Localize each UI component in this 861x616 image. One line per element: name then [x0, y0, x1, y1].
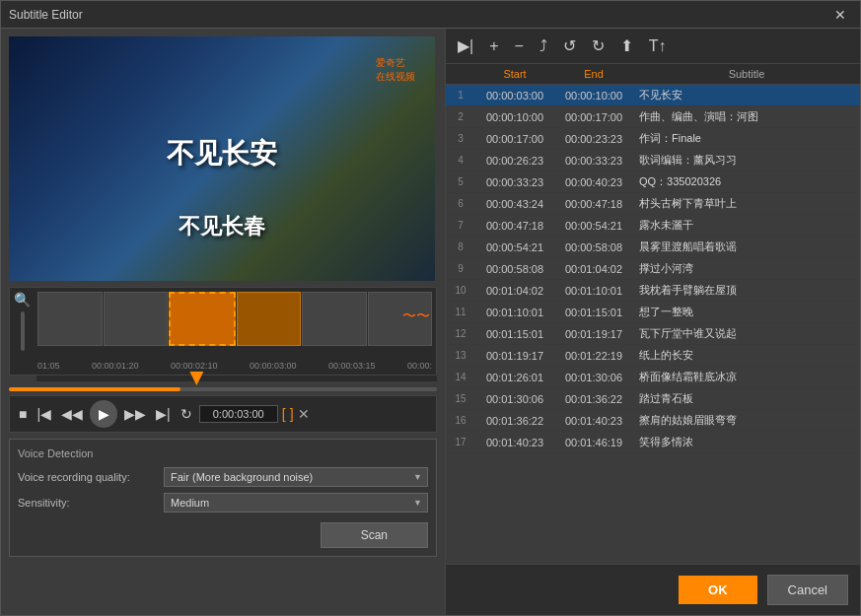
- table-row[interactable]: 15 00:01:30:06 00:01:36:22 踏过青石板: [446, 388, 860, 410]
- table-row[interactable]: 1 00:00:03:00 00:00:10:00 不见长安: [446, 85, 860, 106]
- table-row[interactable]: 6 00:00:43:24 00:00:47:18 村头古树下青草叶上: [446, 193, 860, 215]
- row-end: 00:00:10:00: [554, 85, 633, 106]
- row-text: 不见长安: [633, 85, 860, 106]
- table-row[interactable]: 2 00:00:10:00 00:00:17:00 作曲、编曲、演唱：河图: [446, 106, 860, 128]
- timeline-track-5[interactable]: [302, 292, 367, 346]
- ok-button[interactable]: OK: [679, 576, 757, 604]
- row-num: 10: [446, 280, 475, 302]
- table-row[interactable]: 9 00:00:58:08 00:01:04:02 撑过小河湾: [446, 258, 860, 280]
- row-start: 00:01:19:17: [475, 345, 554, 367]
- timeline-track-selected2[interactable]: [237, 292, 302, 346]
- row-start: 00:00:33:23: [475, 171, 554, 193]
- row-end: 00:01:19:17: [554, 323, 633, 345]
- row-start: 00:00:03:00: [475, 85, 554, 106]
- table-row[interactable]: 11 00:01:10:01 00:01:15:01 想了一整晚: [446, 302, 860, 323]
- row-num: 9: [446, 258, 475, 280]
- row-text: 晨雾里渡船唱着歌谣: [633, 237, 860, 258]
- timeline-labels: 01:05 00:00:01:20 00:00:02:10 00:00:03:0…: [37, 361, 432, 371]
- row-end: 00:00:23:23: [554, 128, 633, 150]
- close-button[interactable]: ✕: [828, 5, 852, 25]
- playhead-indicator: [189, 372, 203, 385]
- row-start: 00:01:15:01: [475, 323, 554, 345]
- timeline-section: 🔍 〜〜 01:05 00:00:01:20: [9, 287, 437, 381]
- undo-btn[interactable]: ↺: [559, 34, 580, 57]
- row-num: 5: [446, 171, 475, 193]
- zoom-slider[interactable]: [21, 311, 25, 351]
- mark-in-button[interactable]: [: [282, 406, 286, 422]
- table-row[interactable]: 16 00:01:36:22 00:01:40:23 擦肩的姑娘眉眼弯弯: [446, 410, 860, 432]
- timeline-track-selected[interactable]: [169, 292, 236, 346]
- table-row[interactable]: 13 00:01:19:17 00:01:22:19 纸上的长安: [446, 345, 860, 367]
- timeline-zoom-controls: 🔍: [14, 292, 31, 353]
- row-end: 00:00:40:23: [554, 171, 633, 193]
- playback-controls: ■ |◀ ◀◀ ▶ ▶▶ ▶| ↻ 0:00:03:00 [ ] ✕: [9, 395, 437, 433]
- row-num: 15: [446, 388, 475, 410]
- sensitivity-label: Sensitivity:: [18, 497, 156, 509]
- forward-button[interactable]: ▶▶: [121, 404, 149, 424]
- col-subtitle: Subtitle: [633, 64, 860, 85]
- stop-button[interactable]: ■: [16, 404, 30, 424]
- table-row[interactable]: 5 00:00:33:23 00:00:40:23 QQ：335020326: [446, 171, 860, 193]
- timeline-track-2[interactable]: [104, 292, 169, 346]
- play-from-start-btn[interactable]: ▶|: [454, 34, 477, 57]
- step-forward-button[interactable]: ▶|: [153, 404, 174, 424]
- step-back-button[interactable]: |◀: [34, 404, 54, 424]
- row-text: 纸上的长安: [633, 345, 860, 367]
- progress-bar[interactable]: [9, 387, 437, 391]
- table-row[interactable]: 14 00:01:26:01 00:01:30:06 桥面像结霜鞋底冰凉: [446, 367, 860, 388]
- time-display: 0:00:03:00: [199, 405, 278, 423]
- table-header-row: Start End Subtitle: [446, 64, 860, 85]
- scan-button[interactable]: Scan: [321, 522, 428, 548]
- table-row[interactable]: 3 00:00:17:00 00:00:23:23 作词：Finale: [446, 128, 860, 150]
- repeat-button[interactable]: ↻: [178, 404, 195, 424]
- row-text: 踏过青石板: [633, 388, 860, 410]
- right-toolbar: ▶| + − ⤴ ↺ ↻ ⬆ T↑: [446, 29, 860, 64]
- row-start: 00:00:43:24: [475, 193, 554, 215]
- row-text: 擦肩的姑娘眉眼弯弯: [633, 410, 860, 432]
- col-num: [446, 64, 475, 85]
- zoom-in-icon[interactable]: 🔍: [14, 292, 31, 308]
- row-start: 00:00:54:21: [475, 237, 554, 258]
- redo-btn[interactable]: ↻: [588, 34, 609, 57]
- rewind-button[interactable]: ◀◀: [58, 404, 86, 424]
- row-text: 撑过小河湾: [633, 258, 860, 280]
- sensitivity-select[interactable]: Low Medium High: [164, 493, 428, 513]
- add-btn[interactable]: +: [485, 35, 502, 57]
- row-text: QQ：335020326: [633, 171, 860, 193]
- row-end: 00:01:30:06: [554, 367, 633, 388]
- table-row[interactable]: 7 00:00:47:18 00:00:54:21 露水未灑干: [446, 215, 860, 237]
- row-start: 00:01:04:02: [475, 280, 554, 302]
- row-num: 1: [446, 85, 475, 106]
- timeline-track-area[interactable]: 🔍 〜〜 01:05 00:00:01:20: [9, 287, 437, 376]
- waveform-icon: 〜〜: [402, 308, 430, 325]
- play-button[interactable]: ▶: [90, 400, 117, 428]
- subtitle-table-wrapper[interactable]: Start End Subtitle 1 00:00:03:00 00:00:1…: [446, 64, 860, 564]
- delete-segment-button[interactable]: ✕: [298, 406, 310, 422]
- cancel-button[interactable]: Cancel: [767, 575, 848, 605]
- table-row[interactable]: 12 00:01:15:01 00:01:19:17 瓦下厅堂中谁又说起: [446, 323, 860, 345]
- row-end: 00:01:22:19: [554, 345, 633, 367]
- row-start: 00:01:40:23: [475, 432, 554, 453]
- split-btn[interactable]: ⤴: [536, 35, 551, 57]
- table-row[interactable]: 8 00:00:54:21 00:00:58:08 晨雾里渡船唱着歌谣: [446, 237, 860, 258]
- row-text: 笑得多情浓: [633, 432, 860, 453]
- timeline-track-1[interactable]: [37, 292, 103, 346]
- mark-out-button[interactable]: ]: [290, 406, 294, 422]
- table-row[interactable]: 17 00:01:40:23 00:01:46:19 笑得多情浓: [446, 432, 860, 453]
- row-text: 歌词编辑：薰风习习: [633, 150, 860, 171]
- row-text: 想了一整晚: [633, 302, 860, 323]
- left-panel: 爱奇艺 在线视频 不见长安 不见长春 🔍: [1, 29, 445, 615]
- table-row[interactable]: 4 00:00:26:23 00:00:33:23 歌词编辑：薰风习习: [446, 150, 860, 171]
- sensitivity-row: Sensitivity: Low Medium High: [18, 493, 428, 513]
- table-row[interactable]: 10 00:01:04:02 00:01:10:01 我枕着手臂躺在屋顶: [446, 280, 860, 302]
- row-end: 00:01:46:19: [554, 432, 633, 453]
- quality-select-wrapper: Fair (More background noise) Good Excell…: [164, 467, 428, 487]
- main-content: 爱奇艺 在线视频 不见长安 不见长春 🔍: [1, 29, 860, 615]
- import-btn[interactable]: ⬆: [616, 34, 637, 57]
- row-num: 13: [446, 345, 475, 367]
- minus-btn[interactable]: −: [511, 35, 528, 57]
- export-btn[interactable]: T↑: [645, 35, 671, 57]
- quality-select[interactable]: Fair (More background noise) Good Excell…: [164, 467, 428, 487]
- playback-section: ■ |◀ ◀◀ ▶ ▶▶ ▶| ↻ 0:00:03:00 [ ] ✕: [9, 387, 437, 433]
- scan-row: Scan: [18, 518, 428, 548]
